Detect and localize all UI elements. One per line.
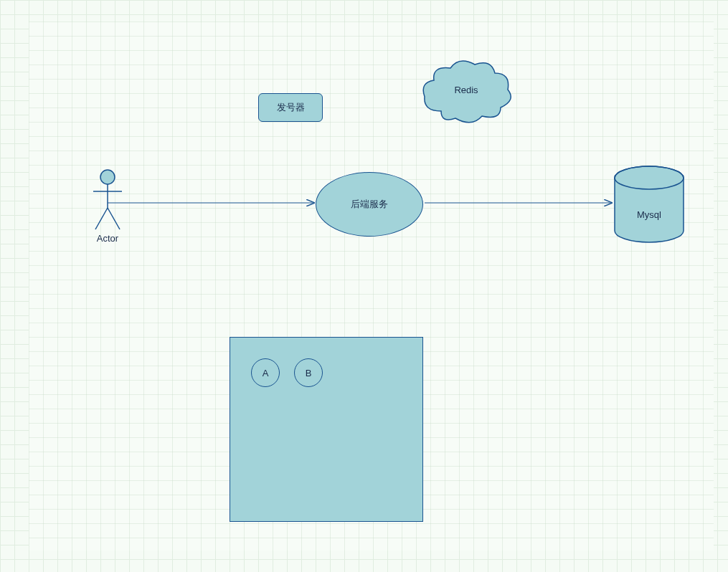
redis-label: Redis xyxy=(416,85,516,95)
circle-a-label: A xyxy=(263,368,269,378)
mysql-label: Mysql xyxy=(613,209,685,220)
cylinder-icon xyxy=(613,165,685,244)
dispatcher-node[interactable]: 发号器 xyxy=(258,93,323,122)
circle-a-node[interactable]: A xyxy=(251,358,280,387)
svg-point-0 xyxy=(100,170,115,184)
svg-line-3 xyxy=(95,208,108,229)
diagram-canvas[interactable]: Actor 发号器 Redis 后端服务 Mysql A B xyxy=(29,22,714,550)
actor-label: Actor xyxy=(86,233,129,244)
arrow-actor-backend xyxy=(108,199,316,206)
svg-line-4 xyxy=(108,208,120,229)
mysql-db-node[interactable]: Mysql xyxy=(613,165,685,244)
dispatcher-label: 发号器 xyxy=(277,101,305,114)
redis-cloud-node[interactable]: Redis xyxy=(416,57,516,129)
arrow-backend-db xyxy=(425,199,613,206)
backend-label: 后端服务 xyxy=(351,198,388,211)
backend-node[interactable]: 后端服务 xyxy=(316,172,423,237)
circle-b-node[interactable]: B xyxy=(294,358,323,387)
circle-b-label: B xyxy=(306,368,312,378)
